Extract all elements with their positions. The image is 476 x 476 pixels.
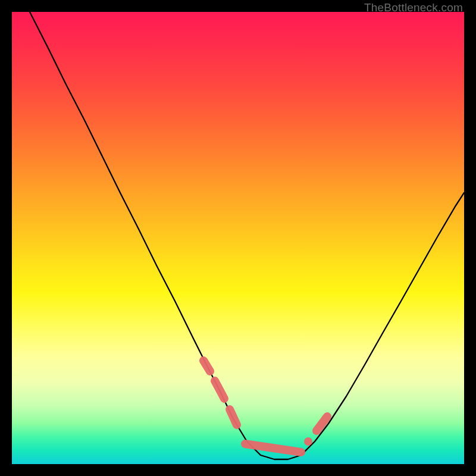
chart-frame: TheBottleneck.com bbox=[0, 0, 476, 476]
curve-svg bbox=[12, 12, 464, 464]
bad-zone-markers bbox=[203, 361, 327, 452]
watermark-text: TheBottleneck.com bbox=[364, 1, 463, 14]
bottleneck-curve bbox=[30, 12, 464, 459]
plot-area bbox=[12, 12, 464, 464]
